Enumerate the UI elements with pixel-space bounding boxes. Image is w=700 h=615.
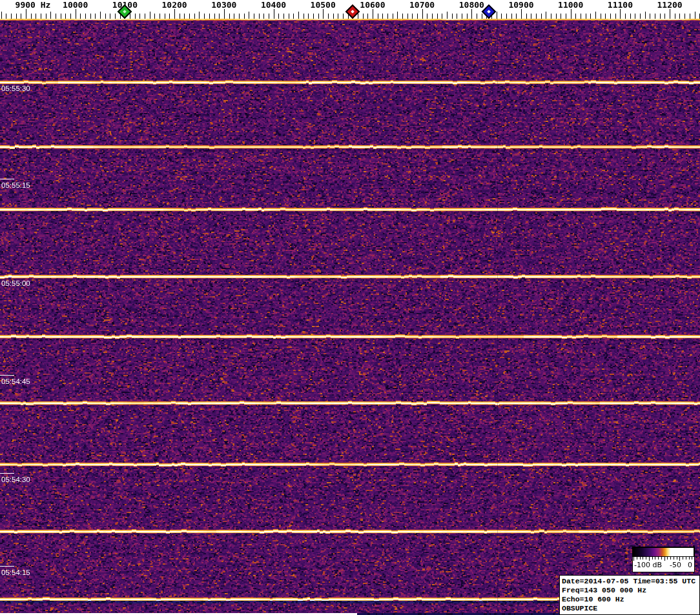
ruler-tick xyxy=(536,14,537,19)
ruler-label: 10000 xyxy=(63,0,88,10)
info-line: Echo=10 600 Hz xyxy=(562,595,697,604)
ruler-tick xyxy=(427,14,427,19)
ruler-tick xyxy=(278,14,279,19)
ruler-tick xyxy=(447,12,448,19)
ruler-tick xyxy=(387,14,388,19)
ruler-tick xyxy=(412,14,413,19)
ruler-tick xyxy=(630,14,631,19)
ruler-tick xyxy=(452,14,453,19)
ruler-tick xyxy=(675,14,675,19)
ruler-tick xyxy=(234,14,234,19)
ruler-tick xyxy=(605,14,606,19)
ruler-tick xyxy=(249,12,249,19)
ruler-tick xyxy=(506,14,507,19)
ruler-tick xyxy=(180,14,180,19)
ruler-tick xyxy=(328,14,329,19)
ruler-tick xyxy=(318,14,319,19)
ruler-tick xyxy=(595,12,596,19)
ruler-tick xyxy=(254,14,254,19)
ruler-tick xyxy=(655,14,655,19)
ruler-label: 10300 xyxy=(211,0,236,10)
ruler-tick xyxy=(333,14,334,19)
ruler-tick xyxy=(269,14,269,19)
ruler-tick xyxy=(471,9,472,19)
ruler-tick xyxy=(56,14,56,19)
ruler-tick xyxy=(80,14,81,19)
ruler-tick xyxy=(393,14,393,19)
ruler-tick xyxy=(219,14,220,19)
ruler-tick xyxy=(36,14,36,19)
ruler-tick xyxy=(16,14,17,19)
ruler-tick xyxy=(304,14,304,19)
ruler-tick xyxy=(640,14,641,19)
ruler-tick xyxy=(6,14,6,19)
ruler-tick xyxy=(625,14,626,19)
ruler-tick xyxy=(664,14,665,19)
ruler-tick xyxy=(367,14,368,19)
ruler-tick xyxy=(338,14,338,19)
ruler-tick xyxy=(100,12,101,19)
legend-label: -100 dB xyxy=(634,561,662,569)
ruler-tick xyxy=(214,14,215,19)
ruler-tick xyxy=(239,14,240,19)
ruler-label: 10600 xyxy=(360,0,385,10)
ruler-tick xyxy=(283,14,284,19)
ruler-tick xyxy=(41,14,41,19)
ruler-tick xyxy=(590,14,591,19)
ruler-tick xyxy=(61,14,61,19)
ruler-tick xyxy=(130,14,130,19)
color-scale-gradient xyxy=(633,547,694,557)
marker-core xyxy=(351,10,355,14)
ruler-tick xyxy=(110,14,110,19)
ruler-tick xyxy=(635,14,635,19)
ruler-tick xyxy=(1,12,2,19)
ruler-tick xyxy=(199,12,200,19)
ruler-tick xyxy=(620,9,621,19)
ruler-label: 10700 xyxy=(409,0,435,10)
ruler-tick xyxy=(343,14,344,19)
ruler-tick xyxy=(154,14,155,19)
ruler-label: 10400 xyxy=(261,0,286,10)
ruler-tick xyxy=(615,14,616,19)
ruler-tick xyxy=(259,14,260,19)
ruler-tick xyxy=(650,14,650,19)
ruler-tick xyxy=(685,14,685,19)
ruler-tick xyxy=(209,14,210,19)
ruler-tick xyxy=(660,14,661,19)
ruler-tick xyxy=(571,9,571,19)
ruler-tick xyxy=(679,14,680,19)
legend-label: 0 xyxy=(688,561,692,569)
ruler-tick xyxy=(204,14,205,19)
ruler-tick xyxy=(497,12,497,19)
ruler-tick xyxy=(298,12,299,19)
ruler-tick xyxy=(160,14,160,19)
ruler-tick xyxy=(531,14,531,19)
info-line: Freq=143 050 000 Hz xyxy=(562,586,697,595)
waterfall-display[interactable] xyxy=(0,19,700,615)
ruler-tick xyxy=(581,14,581,19)
ruler-tick xyxy=(521,9,522,19)
ruler-tick xyxy=(308,14,309,19)
ruler-tick xyxy=(31,14,32,19)
ruler-tick xyxy=(293,14,294,19)
ruler-tick xyxy=(551,14,551,19)
ruler-tick xyxy=(363,14,364,19)
ruler-tick xyxy=(46,14,46,19)
frequency-ruler[interactable]: 9900 Hz100001010010200103001040010500106… xyxy=(0,0,700,19)
ruler-tick xyxy=(422,9,423,19)
ruler-tick xyxy=(477,14,477,19)
ruler-tick xyxy=(397,12,398,19)
ruler-tick xyxy=(407,14,408,19)
ruler-tick xyxy=(402,14,403,19)
ruler-tick xyxy=(263,14,264,19)
ruler-tick xyxy=(21,14,21,19)
ruler-tick xyxy=(373,9,373,19)
ruler-tick xyxy=(244,14,245,19)
ruler-tick xyxy=(26,9,26,19)
ruler-tick xyxy=(85,14,86,19)
ruler-tick xyxy=(169,14,170,19)
ruler-tick xyxy=(566,14,566,19)
ruler-tick xyxy=(115,14,116,19)
ruler-tick xyxy=(323,9,324,19)
ruler-tick xyxy=(313,14,314,19)
